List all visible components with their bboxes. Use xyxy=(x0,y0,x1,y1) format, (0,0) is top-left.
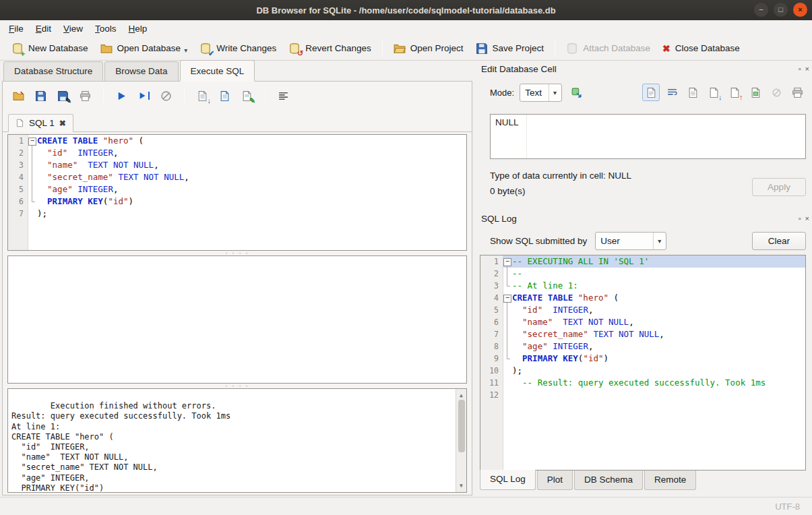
export-results-button[interactable]: ↓ xyxy=(193,87,212,105)
tab-execute-sql[interactable]: Execute SQL xyxy=(180,60,255,82)
close-database-label: Close Database xyxy=(675,43,740,53)
image-view-icon xyxy=(750,87,761,98)
minimize-button[interactable]: − xyxy=(754,3,768,17)
code-line: 7 "secret_name" TEXT NOT NULL, xyxy=(480,328,805,340)
mode-combo[interactable]: Text ▾ xyxy=(520,84,562,102)
scrollbar-thumb[interactable] xyxy=(458,400,465,452)
toolbar-separator xyxy=(184,88,185,104)
scroll-down-icon[interactable]: ▼ xyxy=(460,481,463,491)
cell-type-info: Type of data currently in cell: NULL xyxy=(490,171,631,181)
dock-tab-sql-log[interactable]: SQL Log xyxy=(480,470,536,490)
save-sql-file-button[interactable] xyxy=(32,87,50,105)
edit-cell-toolbar: Mode: Text ▾ xyxy=(490,82,806,102)
close-database-button[interactable]: ✖ Close Database xyxy=(656,40,746,57)
open-database-button[interactable]: Open Database ▾ xyxy=(94,39,194,58)
cell-value-editor[interactable]: NULL xyxy=(490,114,806,159)
scrollbar[interactable]: ▲ ▼ xyxy=(456,389,466,492)
code-line: 4 "secret_name" TEXT NOT NULL, xyxy=(8,171,466,183)
sql-editor[interactable]: 1CREATE TABLE "hero" (2 "id" INTEGER,3 "… xyxy=(7,134,467,251)
menu-help[interactable]: Help xyxy=(123,22,154,36)
write-changes-label: Write Changes xyxy=(216,43,276,53)
export-cell-button[interactable]: ↑ xyxy=(726,84,743,101)
dock-close-icon[interactable]: × xyxy=(805,215,809,222)
dock-tab-plot[interactable]: Plot xyxy=(537,471,573,490)
apply-button: Apply xyxy=(752,178,806,196)
set-null-button xyxy=(768,84,785,101)
close-tab-icon[interactable]: ✖ xyxy=(59,119,66,128)
maximize-button[interactable]: □ xyxy=(774,3,788,17)
mode-combo-value: Text xyxy=(525,88,542,98)
code-line: 3 "name" TEXT NOT NULL, xyxy=(8,159,466,171)
attach-database-button: Attach Database xyxy=(560,39,656,58)
execute-all-icon xyxy=(116,90,127,102)
log-filter-value: User xyxy=(600,236,620,246)
left-panel: Database Structure Browse Data Execute S… xyxy=(0,61,474,497)
sql-tab-label: SQL 1 xyxy=(29,118,55,128)
tab-browse-data[interactable]: Browse Data xyxy=(104,61,178,82)
minimize-icon: − xyxy=(759,6,763,13)
print-icon xyxy=(80,90,91,102)
text-view-button[interactable] xyxy=(642,84,660,101)
horizontal-splitter[interactable] xyxy=(7,384,467,388)
sql-toolbar: ✎ xyxy=(7,84,468,107)
stop-execution-icon xyxy=(160,90,172,102)
save-project-button[interactable]: Save Project xyxy=(470,39,551,58)
toolbar-separator xyxy=(382,40,383,57)
menu-bar: File Edit View Tools Help xyxy=(0,20,812,36)
print-cell-button[interactable] xyxy=(788,84,806,101)
save-sql-file-as-button[interactable]: ✎ xyxy=(54,87,72,105)
copy-cell-button[interactable] xyxy=(684,84,701,101)
image-view-button[interactable] xyxy=(747,84,764,101)
dock-float-icon[interactable]: ▫ xyxy=(799,65,801,73)
clear-log-button[interactable]: Clear xyxy=(752,232,806,250)
open-sql-file-button[interactable] xyxy=(9,87,28,105)
menu-view[interactable]: View xyxy=(57,22,89,36)
cell-editor-margin xyxy=(526,115,527,158)
new-database-button[interactable]: ＋ New Database xyxy=(5,39,94,58)
stop-execution-button xyxy=(157,87,175,105)
attach-database-icon xyxy=(566,42,578,55)
dock-tab-db-schema[interactable]: DB Schema xyxy=(574,471,643,490)
tab-database-structure[interactable]: Database Structure xyxy=(3,61,103,82)
close-database-icon: ✖ xyxy=(662,44,670,53)
write-changes-button[interactable]: ✔ Write Changes xyxy=(193,39,282,58)
menu-edit[interactable]: Edit xyxy=(30,22,57,36)
sql-document-icon xyxy=(15,119,24,127)
right-panel: Edit Database Cell ▫ × Mode: Text ▾ xyxy=(476,61,812,497)
code-line: 5 "id" INTEGER, xyxy=(480,304,805,316)
revert-changes-label: Revert Changes xyxy=(305,43,371,53)
window-controls: − □ × xyxy=(754,3,807,17)
execute-current-line-button[interactable] xyxy=(135,87,153,105)
chevron-down-icon: ▾ xyxy=(653,233,661,249)
execute-all-button[interactable] xyxy=(113,87,131,105)
menu-tools[interactable]: Tools xyxy=(89,22,123,36)
log-filter-combo[interactable]: User ▾ xyxy=(595,232,666,250)
open-project-button[interactable]: Open Project xyxy=(387,39,470,58)
sql-document-tab[interactable]: SQL 1 ✖ xyxy=(8,114,73,132)
open-external-app-button[interactable] xyxy=(567,84,586,102)
format-sql-button[interactable] xyxy=(274,87,292,105)
menu-file[interactable]: File xyxy=(3,22,30,36)
results-grid[interactable] xyxy=(7,255,467,384)
dock-float-icon[interactable]: ▫ xyxy=(799,215,801,222)
app-window: DB Browser for SQLite - /home/user/code/… xyxy=(0,0,812,515)
import-cell-button[interactable]: ↓ xyxy=(705,84,722,101)
scroll-up-icon[interactable]: ▲ xyxy=(460,390,463,400)
save-project-label: Save Project xyxy=(493,43,544,53)
execution-output[interactable]: Execution finished without errors. Resul… xyxy=(7,388,467,493)
sql-log-viewer[interactable]: 1-- EXECUTING ALL IN 'SQL 1'2--3-- At li… xyxy=(480,255,806,471)
print-sql-button[interactable] xyxy=(76,87,94,105)
open-database-dropdown-icon[interactable]: ▾ xyxy=(184,47,187,55)
find-replace-button[interactable]: ✎ xyxy=(238,87,256,105)
close-button[interactable]: × xyxy=(793,3,807,17)
open-sql-tab-button[interactable] xyxy=(216,87,234,105)
title-bar[interactable]: DB Browser for SQLite - /home/user/code/… xyxy=(0,0,812,20)
sql-log-title: SQL Log xyxy=(481,214,517,224)
revert-changes-button[interactable]: ↺ Revert Changes xyxy=(282,39,377,58)
word-wrap-button[interactable] xyxy=(663,84,681,101)
execution-output-text: Execution finished without errors. Resul… xyxy=(11,401,230,493)
dock-close-icon[interactable]: × xyxy=(805,65,809,73)
dock-tab-remote[interactable]: Remote xyxy=(644,471,696,490)
code-line: 9 PRIMARY KEY("id") xyxy=(480,353,805,365)
horizontal-splitter[interactable] xyxy=(7,251,467,255)
